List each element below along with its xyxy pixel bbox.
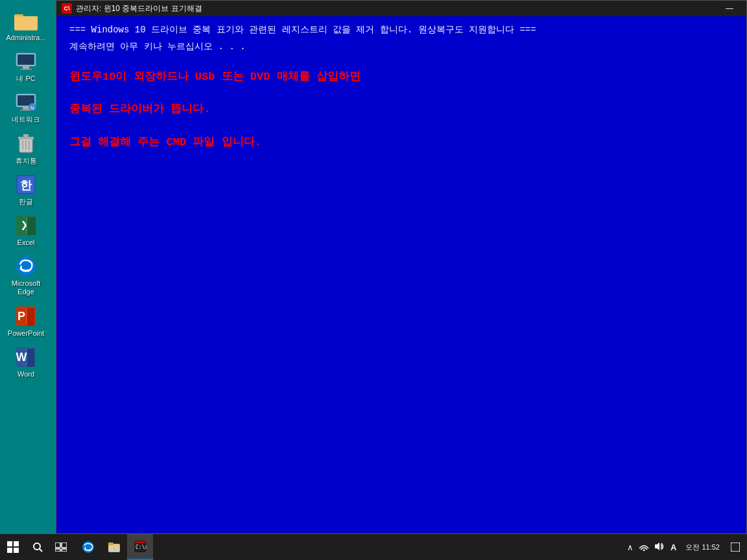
cmd-red-line-3: 그걸 해결해 주는 CMD 파일 입니다. [69, 133, 733, 153]
cmd-red-line-2: 중복된 드라이버가 뜹니다. [69, 100, 733, 120]
desktop-icon-label-administrator: Administra... [6, 34, 45, 42]
desktop-icon-hwp[interactable]: 한 한글 [3, 170, 49, 209]
svg-rect-36 [7, 541, 12, 546]
svg-rect-45 [62, 549, 67, 552]
svg-rect-37 [14, 541, 19, 546]
cmd-red-line-1: 윈도우10이 외장하드나 USb 또는 DVD 매체를 삽입하면 [69, 67, 733, 88]
taskbar-ime-indicator[interactable]: A [668, 542, 679, 552]
svg-rect-39 [14, 548, 19, 553]
svg-rect-52 [115, 549, 119, 551]
cmd-content[interactable]: === Windows 10 드라이브 중복 표기와 관련된 레지스트리 값을 … [56, 16, 746, 533]
svg-rect-38 [7, 548, 12, 553]
desktop-icon-trash[interactable]: 휴지통 [3, 130, 49, 168]
desktop-icon-label-word: Word [18, 370, 34, 379]
svg-rect-58 [731, 542, 740, 552]
svg-point-40 [34, 543, 40, 550]
svg-rect-43 [62, 542, 67, 548]
taskbar-edge-button[interactable] [75, 534, 101, 560]
svg-rect-6 [23, 66, 29, 69]
desktop-icon-word[interactable]: W Word [3, 343, 49, 381]
desktop-icon-edge[interactable]: Microsoft Edge [3, 252, 49, 299]
trash-icon [14, 132, 38, 156]
hwp-icon: 한 [14, 173, 38, 196]
svg-rect-50 [115, 546, 119, 548]
cmd-line-2: 계속하려면 아무 키나 누르십시오 . . . [69, 40, 733, 54]
svg-text:C:\>: C:\> [136, 544, 147, 550]
svg-line-41 [40, 549, 42, 552]
word-icon: W [14, 345, 38, 369]
desktop-icon-excel[interactable]: X Excel [3, 211, 49, 250]
powerpoint-icon: P [14, 305, 38, 328]
tray-expand-button[interactable]: ∧ [625, 542, 635, 552]
svg-rect-51 [110, 549, 113, 551]
svg-point-56 [643, 549, 645, 551]
svg-rect-10 [23, 107, 29, 110]
excel-icon: X [14, 214, 38, 237]
taskbar-explorer-button[interactable] [101, 534, 127, 560]
cmd-titlebar: C\ 관리자: 윈10 중복드라이브 표기해결 — [56, 1, 746, 16]
desktop-icon-label-excel: Excel [18, 239, 35, 247]
taskbar-cmd-button[interactable]: C:\> [127, 534, 153, 560]
desktop-icon-my-pc[interactable]: 내 PC [3, 47, 49, 86]
desktop-icon-label-my-pc: 내 PC [16, 75, 35, 83]
desktop-icon-network[interactable]: N 네트워크 [3, 88, 49, 126]
desktop: Administra... 내 PC [0, 0, 747, 560]
taskbar-notification-button[interactable] [726, 534, 744, 560]
svg-text:한: 한 [20, 179, 32, 192]
pc-icon [14, 50, 38, 73]
svg-rect-16 [23, 134, 29, 137]
cmd-controls: — [718, 1, 741, 16]
taskbar-search-button[interactable] [26, 534, 49, 560]
desktop-icon-label-network: 네트워크 [12, 115, 40, 124]
desktop-icon-label-trash: 휴지통 [16, 157, 37, 165]
svg-rect-7 [20, 69, 32, 70]
taskbar: C:\> ∧ [0, 534, 747, 560]
cmd-minimize-button[interactable]: — [718, 1, 741, 16]
cmd-title-icon: C\ [62, 3, 72, 14]
desktop-icons-container: Administra... 내 PC [0, 0, 52, 534]
cmd-title-text: 관리자: 윈10 중복드라이브 표기해결 [76, 3, 718, 14]
svg-text:P: P [18, 310, 25, 323]
folder-icon [14, 9, 38, 32]
taskbar-time: 오전 11:52 [685, 542, 720, 552]
desktop-icon-powerpoint[interactable]: P PowerPoint [3, 302, 49, 340]
svg-text:W: W [16, 351, 27, 364]
svg-marker-57 [655, 542, 659, 550]
tray-volume-icon[interactable] [652, 542, 667, 553]
svg-rect-29 [27, 308, 34, 326]
start-button[interactable] [0, 534, 26, 560]
taskbar-task-view-button[interactable] [49, 534, 73, 560]
edge-icon [14, 255, 38, 278]
desktop-icon-label-powerpoint: PowerPoint [8, 329, 44, 338]
taskbar-right-area: ∧ A 오전 11:52 [625, 534, 747, 560]
svg-text:N: N [30, 105, 34, 111]
svg-rect-33 [27, 349, 34, 367]
svg-rect-25 [27, 217, 36, 235]
svg-rect-3 [14, 16, 38, 29]
svg-rect-42 [55, 542, 60, 548]
desktop-icon-label-edge: Microsoft Edge [4, 279, 48, 296]
svg-rect-54 [135, 541, 145, 543]
cmd-line-1: === Windows 10 드라이브 중복 표기와 관련된 레지스트리 값을 … [69, 23, 733, 37]
taskbar-pinned-icons: C:\> [75, 534, 153, 560]
desktop-icon-label-hwp: 한글 [19, 198, 33, 206]
tray-network-icon[interactable] [637, 542, 651, 553]
svg-rect-5 [18, 54, 34, 65]
taskbar-clock[interactable]: 오전 11:52 [680, 534, 725, 560]
svg-rect-44 [55, 549, 60, 552]
network-icon: N [14, 91, 38, 114]
svg-rect-48 [108, 542, 113, 545]
svg-rect-15 [18, 137, 34, 139]
svg-rect-49 [110, 546, 113, 548]
cmd-window: C\ 관리자: 윈10 중복드라이브 표기해결 — === Windows 10… [56, 0, 747, 534]
desktop-icon-administrator[interactable]: Administra... [3, 6, 49, 45]
